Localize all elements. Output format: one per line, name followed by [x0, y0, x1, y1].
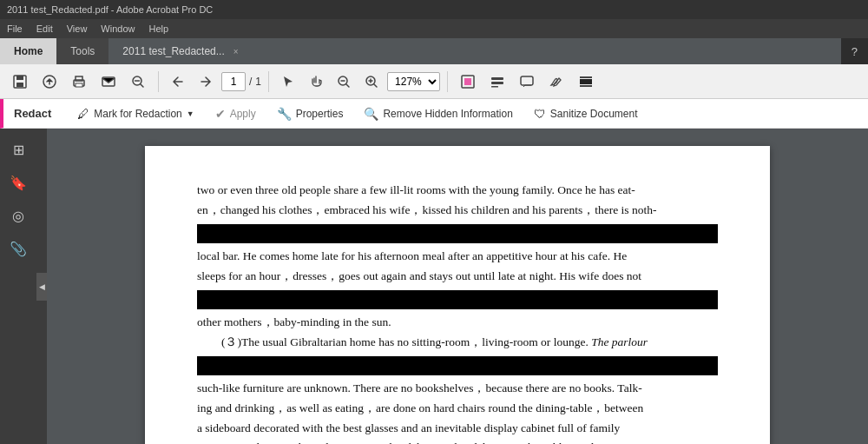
- save-button[interactable]: [7, 70, 33, 93]
- prev-page-button[interactable]: [166, 71, 190, 92]
- text-line-10: treasures，photographs and souvenirs. The…: [197, 438, 718, 444]
- text-line-4: sleeps for an hour，dresses，goes out agai…: [197, 267, 718, 287]
- main-area: ⊞ 🔖 ◎ 📎 ◀ two or even three old people s…: [0, 129, 868, 444]
- select-tool-button[interactable]: [276, 71, 300, 92]
- svg-rect-6: [76, 83, 82, 87]
- mark-for-redaction-button[interactable]: 🖊 Mark for Redaction ▼: [69, 103, 202, 124]
- redact-bar: Redact 🖊 Mark for Redaction ▼ ✔ Apply 🔧 …: [0, 99, 868, 129]
- page-separator: /: [249, 76, 252, 88]
- redaction-block-3: [197, 356, 718, 375]
- text-line-2: en，changed his clothes，embraced his wife…: [197, 201, 718, 221]
- tab-close-button[interactable]: ×: [233, 47, 239, 56]
- reduce-size-button[interactable]: [125, 70, 151, 93]
- email-button[interactable]: [95, 70, 122, 93]
- apply-icon: ✔: [215, 107, 226, 121]
- svg-rect-15: [491, 86, 498, 88]
- svg-rect-5: [76, 76, 82, 81]
- separator-3: [447, 71, 448, 92]
- pdf-page: two or even three old people share a few…: [145, 146, 770, 444]
- separator-2: [268, 71, 269, 92]
- text-line-5: other mothers，baby-minding in the sun.: [197, 313, 718, 333]
- svg-rect-14: [491, 82, 503, 84]
- svg-rect-18: [580, 76, 592, 78]
- remove-hidden-button[interactable]: 🔍 Remove Hidden Information: [355, 103, 521, 124]
- redaction-block-1: [197, 224, 718, 243]
- mark-dropdown-icon: ▼: [187, 109, 194, 118]
- sidebar-left: ⊞ 🔖 ◎ 📎: [0, 129, 36, 444]
- upload-button[interactable]: [36, 70, 62, 93]
- tab-bar: Home Tools 2011 test_Redacted... × ?: [0, 38, 868, 64]
- menu-view[interactable]: View: [67, 23, 88, 34]
- text-line-3: local bar. He comes home late for his af…: [197, 247, 718, 267]
- zoom-out-button[interactable]: [332, 71, 356, 92]
- fit-page-button[interactable]: [455, 70, 481, 93]
- separator-1: [158, 71, 159, 92]
- page-number-input[interactable]: [221, 72, 246, 91]
- collapse-panel-button[interactable]: ◀: [36, 273, 47, 301]
- help-button[interactable]: ?: [841, 38, 868, 64]
- sanitize-button[interactable]: 🛡 Sanitize Document: [525, 103, 647, 124]
- comment-button[interactable]: [514, 70, 540, 93]
- text-line-8: ing and drinking，as well as eating，are d…: [197, 399, 718, 419]
- svg-rect-13: [491, 77, 503, 80]
- text-line-6: (３)The usual Gibraltarian home has no si…: [197, 333, 718, 353]
- mark-redaction-icon: 🖊: [77, 107, 89, 121]
- menu-edit[interactable]: Edit: [36, 23, 53, 34]
- menu-window[interactable]: Window: [101, 23, 135, 34]
- svg-rect-17: [580, 79, 592, 84]
- tab-file[interactable]: 2011 test_Redacted... ×: [108, 38, 840, 64]
- text-line-7: such-like furniture are unknown. There a…: [197, 379, 718, 399]
- print-button[interactable]: [66, 70, 92, 93]
- svg-rect-2: [16, 83, 23, 87]
- svg-rect-19: [580, 85, 592, 87]
- title-text: 2011 test_Redacted.pdf - Adobe Acrobat P…: [7, 4, 213, 15]
- attachments-panel-icon[interactable]: 📎: [4, 235, 32, 262]
- page-total: 1: [255, 76, 261, 88]
- tab-tools[interactable]: Tools: [56, 38, 108, 64]
- zoom-select[interactable]: 50% 75% 100% 127% 150% 200%: [387, 72, 440, 91]
- redaction-block-2: [197, 290, 718, 309]
- organize-button[interactable]: [484, 70, 510, 93]
- hand-tool-button[interactable]: [304, 71, 328, 92]
- tab-home[interactable]: Home: [0, 38, 56, 64]
- next-page-button[interactable]: [194, 71, 218, 92]
- svg-rect-16: [521, 76, 533, 85]
- properties-button[interactable]: 🔧 Properties: [268, 103, 352, 124]
- svg-rect-12: [464, 78, 471, 85]
- layers-panel-icon[interactable]: ◎: [4, 202, 32, 229]
- bookmarks-panel-icon[interactable]: 🔖: [4, 169, 32, 196]
- redact-label: Redact: [14, 107, 51, 120]
- properties-icon: 🔧: [277, 107, 292, 121]
- page-indicator: / 1: [221, 72, 261, 91]
- menu-bar: File Edit View Window Help: [0, 19, 868, 38]
- menu-file[interactable]: File: [7, 23, 23, 34]
- pdf-area[interactable]: two or even three old people share a few…: [47, 129, 868, 444]
- remove-hidden-icon: 🔍: [364, 107, 378, 121]
- zoom-in-button[interactable]: [359, 71, 384, 92]
- pages-panel-icon[interactable]: ⊞: [4, 136, 32, 163]
- pdf-content: two or even three old people share a few…: [197, 181, 718, 444]
- apply-button[interactable]: ✔ Apply: [207, 103, 265, 124]
- redact-toolbar-button[interactable]: [573, 70, 599, 93]
- sanitize-icon: 🛡: [534, 107, 546, 121]
- text-line-9: a sideboard decorated with the best glas…: [197, 419, 718, 439]
- sign-button[interactable]: [543, 70, 569, 93]
- toolbar: / 1 50% 75% 100% 127% 150% 200%: [0, 64, 868, 99]
- svg-rect-1: [16, 76, 23, 80]
- text-line-1: two or even three old people share a few…: [197, 181, 718, 201]
- menu-help[interactable]: Help: [148, 23, 168, 34]
- title-bar: 2011 test_Redacted.pdf - Adobe Acrobat P…: [0, 0, 868, 19]
